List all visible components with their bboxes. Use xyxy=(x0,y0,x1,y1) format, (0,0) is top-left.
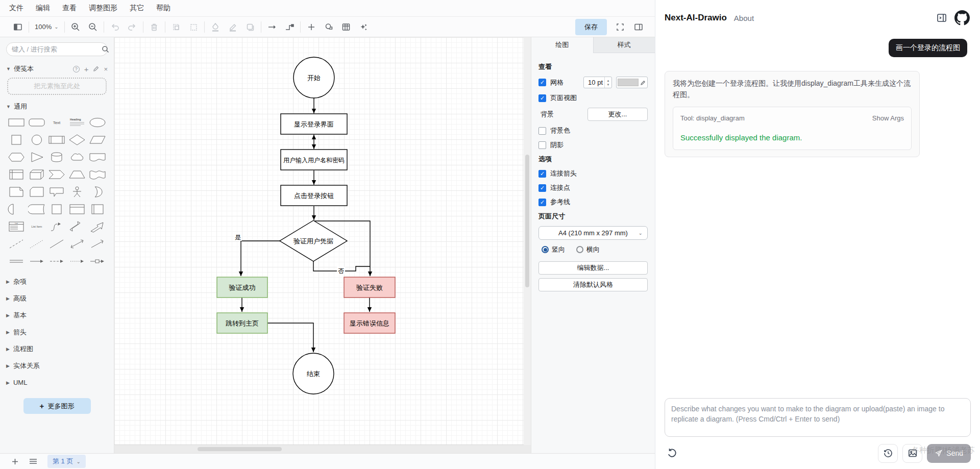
shape-search-input[interactable] xyxy=(12,45,102,53)
shape-trapezoid[interactable] xyxy=(68,167,86,181)
edit-data-button[interactable]: 编辑数据... xyxy=(538,261,648,275)
vertical-scrollbar-thumb[interactable] xyxy=(525,155,529,287)
landscape-radio[interactable]: 横向 xyxy=(576,245,600,254)
zoom-in-icon[interactable] xyxy=(70,22,81,32)
shape-list[interactable]: List xyxy=(7,219,26,233)
shape-dashed-line[interactable] xyxy=(7,237,26,251)
shape-arrow[interactable] xyxy=(88,219,107,233)
page-size-select[interactable]: A4 (210 mm x 297 mm) ⌄ xyxy=(538,226,648,240)
reset-conversation-icon[interactable] xyxy=(665,446,680,461)
sidebar-section-flowchart[interactable]: ▶流程图 xyxy=(6,340,108,357)
shape-line[interactable] xyxy=(48,237,66,251)
shape-note[interactable] xyxy=(7,185,26,199)
more-shapes-button[interactable]: + 更多图形 xyxy=(23,398,91,414)
canvas[interactable]: 是否开始显示登录界面用户输入用户名和密码点击登录按钮验证用户凭据验证成功验证失败… xyxy=(114,37,531,453)
guides-checkbox[interactable] xyxy=(538,199,546,206)
shape-heading[interactable]: Heading xyxy=(68,115,86,129)
sidebar-section-uml[interactable]: ▶UML xyxy=(6,374,108,391)
chat-input[interactable] xyxy=(665,398,971,437)
zoom-out-icon[interactable] xyxy=(88,22,98,32)
collapse-panel-icon[interactable] xyxy=(936,12,947,23)
menu-item-0[interactable]: 文件 xyxy=(9,4,23,13)
shape-hexagon[interactable] xyxy=(7,150,26,164)
fill-color-icon[interactable] xyxy=(210,22,220,32)
shape-arrow-2[interactable] xyxy=(48,254,66,268)
page-view-checkbox[interactable] xyxy=(538,94,546,102)
copy-style-icon[interactable] xyxy=(171,22,181,32)
shape-internal-storage[interactable] xyxy=(7,167,26,181)
clear-default-style-button[interactable]: 清除默认风格 xyxy=(538,278,648,291)
undo-icon[interactable] xyxy=(110,22,120,32)
add-page-icon[interactable] xyxy=(11,458,19,465)
connection-arrows-checkbox[interactable] xyxy=(538,170,546,178)
help-icon[interactable]: ? xyxy=(73,66,80,72)
shape-process[interactable] xyxy=(48,133,66,146)
node-verify-fail[interactable]: 验证失败 xyxy=(344,277,395,298)
insert-icon[interactable] xyxy=(306,22,316,32)
node-verify-credentials[interactable]: 验证用户凭据 xyxy=(280,220,347,261)
delete-icon[interactable] xyxy=(149,22,159,32)
shadow-checkbox[interactable] xyxy=(538,141,546,149)
tab-style[interactable]: 样式 xyxy=(593,37,655,53)
shape-data-storage[interactable] xyxy=(28,202,46,216)
menu-item-4[interactable]: 其它 xyxy=(130,4,144,13)
change-background-button[interactable]: 更改... xyxy=(587,108,648,121)
shape-or[interactable] xyxy=(88,185,107,199)
shape-directional-connector[interactable] xyxy=(88,237,107,251)
horizontal-scrollbar-thumb[interactable] xyxy=(198,447,282,451)
shape-rectangle[interactable] xyxy=(7,115,26,129)
insert-shape-icon[interactable] xyxy=(324,22,334,32)
sidebar-section-arrows[interactable]: ▶箭头 xyxy=(6,324,108,340)
node-show-login[interactable]: 显示登录界面 xyxy=(281,114,347,134)
node-verify-success[interactable]: 验证成功 xyxy=(217,277,267,298)
waypoints-icon[interactable] xyxy=(284,22,295,32)
paste-style-icon[interactable] xyxy=(188,22,199,32)
tab-diagram[interactable]: 绘图 xyxy=(531,37,593,53)
sidebar-section-misc[interactable]: ▶杂项 xyxy=(6,273,108,290)
node-end[interactable]: 结束 xyxy=(293,353,334,394)
connection-arrow-icon[interactable] xyxy=(267,22,277,32)
shape-actor[interactable] xyxy=(68,185,86,199)
menu-item-1[interactable]: 编辑 xyxy=(36,4,50,13)
grid-size-input[interactable]: 10 pt ▲▼ xyxy=(583,77,612,88)
shape-and[interactable] xyxy=(7,202,26,216)
shape-bidirectional-arrow[interactable] xyxy=(68,219,86,233)
pages-menu-icon[interactable] xyxy=(29,458,37,465)
spinner-arrows[interactable]: ▲▼ xyxy=(604,77,611,88)
save-button[interactable]: 保存 xyxy=(575,19,607,35)
shape-square[interactable] xyxy=(7,133,26,146)
horizontal-scrollbar[interactable] xyxy=(114,445,531,453)
shape-search[interactable] xyxy=(6,42,108,56)
background-color-checkbox[interactable] xyxy=(538,127,546,135)
shape-arrow-3[interactable] xyxy=(68,254,86,268)
shape-container[interactable] xyxy=(68,202,86,216)
zoom-select[interactable]: 100%⌄ xyxy=(35,23,59,31)
grid-checkbox[interactable] xyxy=(538,79,546,86)
shape-bidirectional-connector[interactable] xyxy=(68,237,86,251)
scratchpad-header[interactable]: ▼ 便笺本 ? + × xyxy=(6,62,108,76)
grid-color-button[interactable] xyxy=(616,77,648,88)
connection-points-checkbox[interactable] xyxy=(538,184,546,192)
portrait-radio[interactable]: 竖向 xyxy=(542,245,565,254)
node-input-credentials[interactable]: 用户输入用户名和密码 xyxy=(281,150,347,170)
node-goto-home[interactable]: 跳转到主页 xyxy=(217,313,267,333)
shape-vertical-container[interactable] xyxy=(88,202,107,216)
shape-labeled-arrow[interactable] xyxy=(88,254,107,268)
sidebar-section-advanced[interactable]: ▶高级 xyxy=(6,290,108,307)
toggle-right-panel-icon[interactable] xyxy=(633,22,644,32)
shape-list-item[interactable]: List Item xyxy=(28,219,46,233)
canvas-page[interactable]: 是否开始显示登录界面用户输入用户名和密码点击登录按钮验证用户凭据验证成功验证失败… xyxy=(114,37,524,445)
edit-icon[interactable] xyxy=(93,66,99,72)
line-color-icon[interactable] xyxy=(228,22,238,32)
shape-link[interactable] xyxy=(7,254,26,268)
general-section-header[interactable]: ▼ 通用 xyxy=(6,100,108,113)
node-click-login[interactable]: 点击登录按钮 xyxy=(281,185,347,206)
redo-icon[interactable] xyxy=(127,22,137,32)
shape-cylinder[interactable] xyxy=(48,150,66,164)
history-button[interactable] xyxy=(878,444,898,463)
menu-item-5[interactable]: 帮助 xyxy=(156,4,170,13)
show-args-link[interactable]: Show Args xyxy=(872,113,904,124)
sidebar-section-entity-relation[interactable]: ▶实体关系 xyxy=(6,357,108,374)
send-button[interactable]: Send xyxy=(927,444,971,463)
shape-triangle[interactable] xyxy=(28,150,46,164)
